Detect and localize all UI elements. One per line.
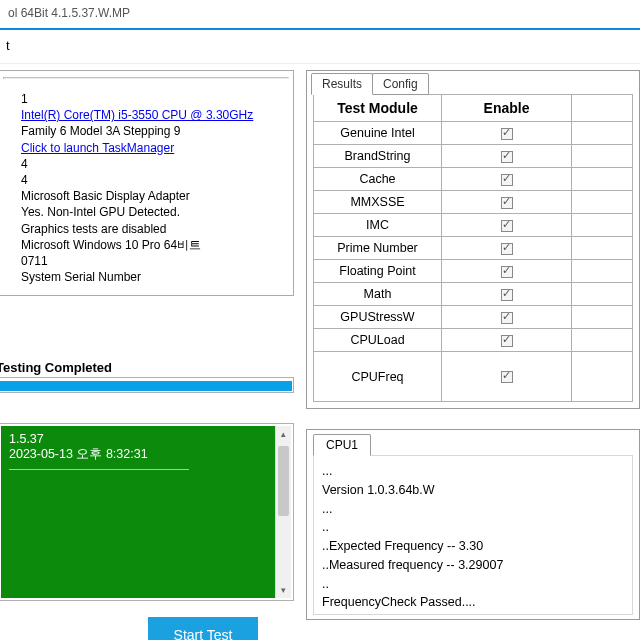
checkbox-checked-icon[interactable] bbox=[501, 197, 513, 209]
os-name: Microsoft Windows 10 Pro 64비트 bbox=[21, 237, 283, 253]
info-line: 4 bbox=[21, 172, 283, 188]
col-extra bbox=[572, 95, 633, 122]
test-name: BrandString bbox=[314, 145, 442, 168]
col-enable: Enable bbox=[442, 95, 572, 122]
test-enable-cell bbox=[442, 329, 572, 352]
cpu-results-body: ... Version 1.0.3.64b.W ... .. ..Expecte… bbox=[313, 455, 633, 615]
test-enable-cell bbox=[442, 191, 572, 214]
cpu-measured-freq: ..Measured frequency -- 3.29007 bbox=[322, 556, 624, 575]
table-row: Genuine Intel bbox=[314, 122, 633, 145]
test-extra-cell bbox=[572, 237, 633, 260]
test-name: Genuine Intel bbox=[314, 122, 442, 145]
taskmanager-link[interactable]: Click to launch TaskManager bbox=[21, 141, 174, 155]
cpu-line: ... bbox=[322, 462, 624, 481]
serial-number: System Serial Number bbox=[21, 269, 283, 285]
checkbox-checked-icon[interactable] bbox=[501, 151, 513, 163]
table-row: IMC bbox=[314, 214, 633, 237]
menubar: t bbox=[0, 30, 640, 64]
cpu-family: Family 6 Model 3A Stepping 9 bbox=[21, 123, 283, 139]
table-row: CPUFreq bbox=[314, 352, 633, 402]
test-enable-cell bbox=[442, 260, 572, 283]
test-extra-cell bbox=[572, 283, 633, 306]
test-enable-cell bbox=[442, 237, 572, 260]
tab-cpu1[interactable]: CPU1 bbox=[313, 434, 371, 456]
cpu-freqcheck: FrequencyCheck Passed.... bbox=[322, 593, 624, 612]
console-timestamp: 2023-05-13 오후 8:32:31 bbox=[9, 446, 283, 463]
checkbox-checked-icon[interactable] bbox=[501, 312, 513, 324]
gpu-name: Microsoft Basic Display Adapter bbox=[21, 188, 283, 204]
test-extra-cell bbox=[572, 306, 633, 329]
status-label: Testing Completed bbox=[0, 358, 294, 377]
scroll-down-icon[interactable]: ▾ bbox=[276, 582, 291, 598]
system-info-panel: 1 Intel(R) Core(TM) i5-3550 CPU @ 3.30GH… bbox=[0, 70, 294, 296]
tab-config[interactable]: Config bbox=[372, 73, 429, 95]
test-enable-cell bbox=[442, 214, 572, 237]
scroll-up-icon[interactable]: ▴ bbox=[276, 426, 291, 442]
checkbox-checked-icon[interactable] bbox=[501, 128, 513, 140]
test-extra-cell bbox=[572, 214, 633, 237]
test-name: MMXSSE bbox=[314, 191, 442, 214]
test-enable-cell bbox=[442, 168, 572, 191]
menu-item[interactable]: t bbox=[6, 38, 10, 53]
cpu-line: .. bbox=[322, 518, 624, 537]
table-row: Math bbox=[314, 283, 633, 306]
tests-panel: Results Config Test Module Enable Genuin… bbox=[306, 70, 640, 409]
test-enable-cell bbox=[442, 122, 572, 145]
table-row: CPULoad bbox=[314, 329, 633, 352]
gpu-detect: Yes. Non-Intel GPU Detected. bbox=[21, 204, 283, 220]
checkbox-checked-icon[interactable] bbox=[501, 371, 513, 383]
checkbox-checked-icon[interactable] bbox=[501, 174, 513, 186]
info-line: 4 bbox=[21, 156, 283, 172]
test-enable-cell bbox=[442, 145, 572, 168]
console-panel: 1.5.37 2023-05-13 오후 8:32:31 ▴ ▾ bbox=[0, 423, 294, 601]
test-name: Cache bbox=[314, 168, 442, 191]
cpu-line: .. bbox=[322, 575, 624, 594]
table-row: Floating Point bbox=[314, 260, 633, 283]
test-enable-cell bbox=[442, 352, 572, 402]
progress-bar bbox=[0, 377, 294, 393]
cpu-line: ... bbox=[322, 500, 624, 519]
console-line: 1.5.37 bbox=[9, 432, 283, 446]
test-extra-cell bbox=[572, 329, 633, 352]
build-number: 0711 bbox=[21, 253, 283, 269]
test-enable-cell bbox=[442, 283, 572, 306]
test-name: Floating Point bbox=[314, 260, 442, 283]
test-name: Math bbox=[314, 283, 442, 306]
window-titlebar: ol 64Bit 4.1.5.37.W.MP bbox=[0, 0, 640, 30]
cpu-expected-freq: ..Expected Frequency -- 3.30 bbox=[322, 537, 624, 556]
test-extra-cell bbox=[572, 122, 633, 145]
scroll-thumb[interactable] bbox=[278, 446, 289, 516]
test-name: CPULoad bbox=[314, 329, 442, 352]
test-name: Prime Number bbox=[314, 237, 442, 260]
col-test-module: Test Module bbox=[314, 95, 442, 122]
test-extra-cell bbox=[572, 145, 633, 168]
cpu-results-panel: CPU1 ... Version 1.0.3.64b.W ... .. ..Ex… bbox=[306, 429, 640, 620]
tabstrip: Results Config bbox=[311, 73, 633, 95]
table-row: GPUStressW bbox=[314, 306, 633, 329]
checkbox-checked-icon[interactable] bbox=[501, 289, 513, 301]
test-extra-cell bbox=[572, 168, 633, 191]
gpu-tests: Graphics tests are disabled bbox=[21, 221, 283, 237]
test-name: CPUFreq bbox=[314, 352, 442, 402]
test-extra-cell bbox=[572, 260, 633, 283]
test-module-grid: Test Module Enable Genuine IntelBrandStr… bbox=[313, 94, 633, 402]
checkbox-checked-icon[interactable] bbox=[501, 266, 513, 278]
cpu-version: Version 1.0.3.64b.W bbox=[322, 481, 624, 500]
info-line: 1 bbox=[21, 91, 283, 107]
table-row: MMXSSE bbox=[314, 191, 633, 214]
test-name: GPUStressW bbox=[314, 306, 442, 329]
test-extra-cell bbox=[572, 191, 633, 214]
table-row: Cache bbox=[314, 168, 633, 191]
test-extra-cell bbox=[572, 352, 633, 402]
checkbox-checked-icon[interactable] bbox=[501, 243, 513, 255]
test-enable-cell bbox=[442, 306, 572, 329]
tab-results[interactable]: Results bbox=[311, 73, 373, 95]
cpu-link[interactable]: Intel(R) Core(TM) i5-3550 CPU @ 3.30GHz bbox=[21, 108, 253, 122]
console-scrollbar[interactable]: ▴ ▾ bbox=[275, 426, 291, 598]
test-name: IMC bbox=[314, 214, 442, 237]
table-row: Prime Number bbox=[314, 237, 633, 260]
table-row: BrandString bbox=[314, 145, 633, 168]
start-test-button[interactable]: Start Test bbox=[148, 617, 259, 640]
checkbox-checked-icon[interactable] bbox=[501, 335, 513, 347]
checkbox-checked-icon[interactable] bbox=[501, 220, 513, 232]
